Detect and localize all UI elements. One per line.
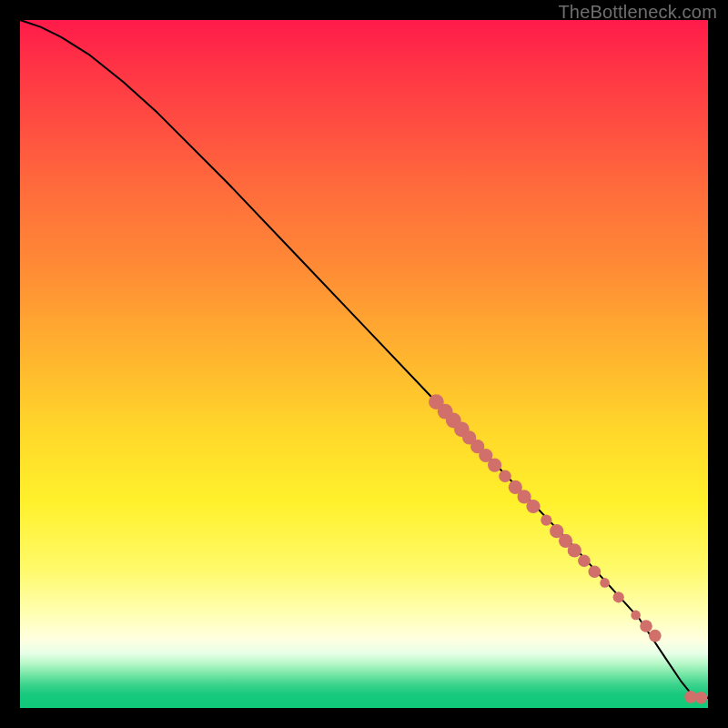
data-marker: [526, 500, 540, 513]
chart-stage: TheBottleneck.com: [0, 0, 728, 728]
data-marker: [600, 578, 610, 588]
data-marker: [649, 630, 662, 642]
data-marker: [695, 692, 708, 704]
data-marker: [578, 554, 591, 567]
data-marker: [613, 592, 624, 602]
bottleneck-curve: [20, 20, 708, 698]
chart-svg: [20, 20, 708, 708]
plot-area: [20, 20, 708, 708]
data-marker: [640, 620, 652, 632]
data-marker: [541, 515, 551, 526]
data-marker: [488, 459, 501, 472]
data-marker: [631, 611, 641, 621]
data-marker: [568, 543, 581, 557]
data-marker: [589, 566, 602, 579]
data-marker: [499, 470, 511, 482]
